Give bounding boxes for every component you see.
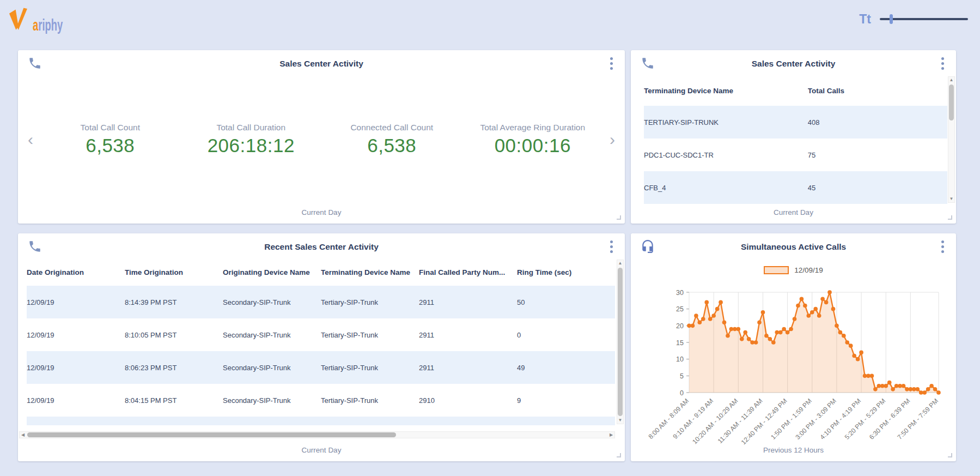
table-cell: 8:10:05 PM PST <box>125 331 223 339</box>
chart-legend: 12/09/19 <box>631 266 956 274</box>
logo-wordmark: ariphy <box>33 17 63 33</box>
column-header: Terminating Device Name <box>644 87 808 95</box>
table-cell: Tertiary-SIP-Trunk <box>321 331 419 339</box>
kpi-carousel: ‹ Total Call Count 6,538 Total Call Dura… <box>18 75 625 204</box>
scrollbar-thumb[interactable] <box>618 268 623 416</box>
kebab-menu-icon[interactable] <box>605 56 617 71</box>
table-row-partial <box>27 417 615 425</box>
card-title: Recent Sales Center Activity <box>51 233 592 258</box>
svg-text:12:40 PM - 12:49 PM: 12:40 PM - 12:49 PM <box>739 397 788 446</box>
table-cell: 12/09/19 <box>27 331 125 339</box>
table-row[interactable]: 12/09/198:06:23 PM PSTSecondary-SIP-Trun… <box>27 351 615 384</box>
kpi-label: Total Call Duration <box>181 123 322 132</box>
kpi-value: 00:00:16 <box>462 135 604 156</box>
chevron-left-icon[interactable]: ‹ <box>21 131 40 148</box>
card-header: Recent Sales Center Activity <box>18 233 625 258</box>
table-row[interactable]: TERTIARY-SIP-TRUNK408 <box>644 106 947 138</box>
chevron-right-icon[interactable]: › <box>603 131 622 148</box>
scroll-down-icon[interactable]: ▼ <box>617 417 623 424</box>
scroll-down-icon[interactable]: ▼ <box>948 196 954 202</box>
vertical-scrollbar[interactable]: ▲ ▼ <box>617 260 624 424</box>
card-title: Sales Center Activity <box>664 50 923 75</box>
table-row[interactable]: CFB_445 <box>644 171 947 204</box>
scroll-up-icon[interactable]: ▲ <box>948 77 954 83</box>
table-row[interactable]: PDC1-CUC-SDC1-TR75 <box>644 138 947 171</box>
table-cell: 49 <box>517 364 615 372</box>
scroll-right-icon[interactable]: ▶ <box>608 432 614 438</box>
scrollbar-thumb[interactable] <box>949 85 954 120</box>
card-sales-center-kpis: Sales Center Activity ‹ Total Call Count… <box>18 50 625 224</box>
table-cell: Secondary-SIP-Trunk <box>223 364 321 372</box>
column-header: Ring Time (sec) <box>517 268 615 276</box>
column-header: Terminating Device Name <box>321 268 419 276</box>
resize-handle[interactable] <box>948 453 952 457</box>
phone-icon <box>641 56 655 70</box>
table-row[interactable]: 12/09/198:10:05 PM PSTSecondary-SIP-Trun… <box>27 318 615 351</box>
line-chart[interactable]: 0510152025308:00 AM - 8:09 AM9:10 AM - 9… <box>641 286 946 449</box>
table-cell: Tertiary-SIP-Trunk <box>321 364 419 372</box>
kpi-label: Total Average Ring Duration <box>462 123 604 132</box>
card-footer: Current Day <box>18 442 625 461</box>
resize-handle[interactable] <box>617 453 621 457</box>
scrollbar-thumb[interactable] <box>27 432 396 437</box>
vertical-scrollbar[interactable]: ▲ ▼ <box>948 76 955 203</box>
svg-text:15: 15 <box>676 339 684 347</box>
svg-text:8:00 AM - 8:09 AM: 8:00 AM - 8:09 AM <box>647 397 690 441</box>
table-cell: CFB_4 <box>644 184 808 192</box>
table-cell: Secondary-SIP-Trunk <box>223 396 321 405</box>
card-sales-center-device-table: Sales Center Activity Terminating Device… <box>631 50 956 224</box>
table-header-row: Terminating Device Name Total Calls <box>644 75 947 106</box>
card-title: Simultaneous Active Calls <box>664 233 923 258</box>
table-cell: 2911 <box>419 331 517 339</box>
variphy-v-icon <box>8 5 32 33</box>
svg-text:11:30 AM - 11:39 AM: 11:30 AM - 11:39 AM <box>716 397 764 445</box>
svg-text:10:20 AM - 10:29 AM: 10:20 AM - 10:29 AM <box>691 397 739 445</box>
legend-label: 12/09/19 <box>794 266 823 274</box>
column-header: Total Calls <box>808 87 947 95</box>
scroll-left-icon[interactable]: ◀ <box>20 432 26 438</box>
slider-track[interactable] <box>880 18 968 20</box>
kpi-total-call-duration: Total Call Duration 206:18:12 <box>181 123 322 156</box>
card-footer: Current Day <box>631 204 956 224</box>
svg-text:0: 0 <box>680 389 684 397</box>
kebab-menu-icon[interactable] <box>605 239 617 254</box>
card-header: Sales Center Activity <box>18 50 625 75</box>
text-size-icon: Tt <box>859 13 871 26</box>
kpi-label: Total Call Count <box>40 123 181 132</box>
chart-area: 0510152025308:00 AM - 8:09 AM9:10 AM - 9… <box>639 286 948 439</box>
resize-handle[interactable] <box>948 215 952 220</box>
table-cell: 12/09/19 <box>27 298 125 306</box>
top-bar: ariphy Tt <box>0 0 980 38</box>
resize-handle[interactable] <box>617 215 621 220</box>
kpi-label: Connected Call Count <box>321 123 462 132</box>
table-cell: 2910 <box>419 396 517 405</box>
column-header: Date Origination <box>27 268 125 276</box>
text-size-slider[interactable] <box>880 14 968 25</box>
kebab-menu-icon[interactable] <box>936 239 948 254</box>
table-cell: PDC1-CUC-SDC1-TR <box>644 151 808 159</box>
card-header: Sales Center Activity <box>631 50 956 75</box>
scroll-up-icon[interactable]: ▲ <box>617 260 623 267</box>
svg-text:5: 5 <box>680 372 684 380</box>
table-cell: 8:06:23 PM PST <box>125 364 223 372</box>
kebab-menu-icon[interactable] <box>936 56 948 71</box>
table-cell: 12/09/19 <box>27 364 125 372</box>
horizontal-scrollbar[interactable]: ◀ ▶ <box>19 431 615 438</box>
card-simultaneous-active-calls: Simultaneous Active Calls 12/09/19 05101… <box>631 233 956 461</box>
headset-icon <box>641 239 655 254</box>
table-cell: 8:04:15 PM PST <box>125 396 223 405</box>
table-cell: 8:14:39 PM PST <box>125 298 223 306</box>
slider-handle[interactable] <box>890 14 893 24</box>
table-cell: 50 <box>517 298 615 306</box>
kpi-connected-call-count: Connected Call Count 6,538 <box>321 123 462 156</box>
table-row[interactable]: 12/09/198:04:15 PM PSTSecondary-SIP-Trun… <box>27 384 615 417</box>
table-cell: 9 <box>517 396 615 405</box>
column-header: Final Called Party Num... <box>419 268 517 276</box>
table-cell: 0 <box>517 331 615 339</box>
phone-icon <box>28 239 42 254</box>
device-table: Terminating Device Name Total Calls TERT… <box>631 75 947 204</box>
table-row[interactable]: 12/09/198:14:39 PM PSTSecondary-SIP-Trun… <box>27 286 615 318</box>
legend-swatch <box>764 266 789 274</box>
text-size-control: Tt <box>859 13 968 26</box>
kpi-total-call-count: Total Call Count 6,538 <box>40 123 181 156</box>
